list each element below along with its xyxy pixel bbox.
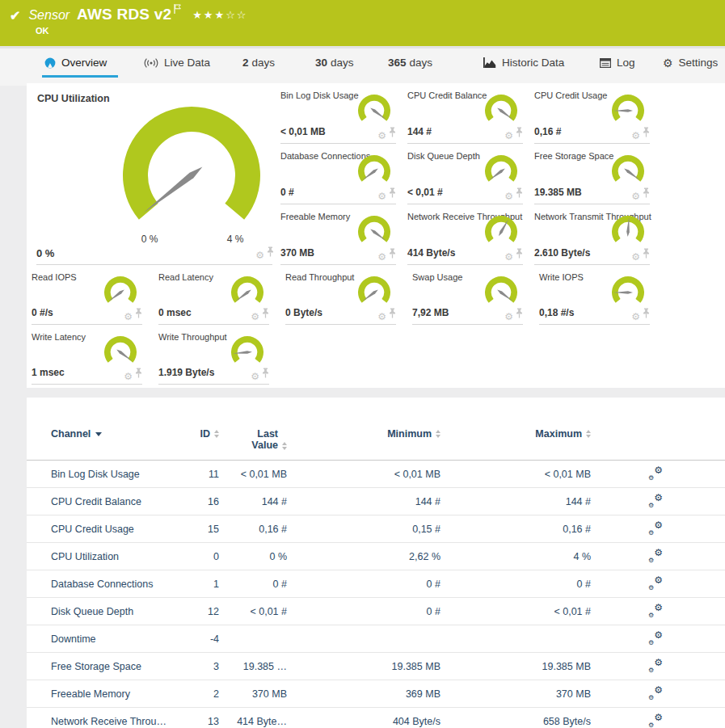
channel-settings-gears-icon[interactable]: ⚙⚙: [648, 633, 663, 645]
channel-settings-gears-icon[interactable]: ⚙⚙: [648, 688, 663, 700]
tab-settings[interactable]: ⚙ Settings: [663, 57, 718, 69]
table-row[interactable]: CPU Utilization 0 0 % 2,62 % 4 % ⚙⚙: [27, 543, 725, 570]
pin-icon[interactable]: [516, 247, 523, 262]
gear-icon[interactable]: ⚙: [124, 372, 133, 381]
cell-id: 11: [188, 469, 219, 480]
tab-overview[interactable]: Overview: [44, 57, 107, 69]
gauge: [354, 215, 394, 249]
table-row[interactable]: Disk Queue Depth 12 < 0,01 # 0 # < 0,01 …: [27, 598, 725, 625]
gear-icon[interactable]: ⚙: [631, 312, 640, 322]
cell-maximum: 658 Byte/s: [440, 716, 591, 727]
gear-icon[interactable]: ⚙: [631, 252, 640, 262]
table-row[interactable]: Downtime -4 ⚙⚙: [27, 625, 725, 653]
table-row[interactable]: Bin Log Disk Usage 11 < 0,01 MB < 0,01 M…: [27, 461, 725, 488]
gear-icon[interactable]: ⚙: [504, 191, 513, 201]
tab-days[interactable]: 365 days: [388, 57, 432, 69]
pin-icon[interactable]: [135, 367, 142, 381]
pin-icon[interactable]: [643, 187, 650, 201]
pin-icon[interactable]: [643, 307, 650, 322]
gauge-tile-disk-queue-depth[interactable]: Disk Queue Depth < 0,01 # ⚙: [407, 144, 534, 204]
gauge-tile-bin-log-disk-usage[interactable]: Bin Log Disk Usage < 0,01 MB ⚙: [280, 83, 407, 144]
gear-icon[interactable]: ⚙: [504, 131, 513, 141]
pin-icon[interactable]: [389, 307, 396, 322]
table-row[interactable]: Free Storage Space 3 19.385 … 19.385 MB …: [27, 653, 725, 680]
channel-settings-gears-icon[interactable]: ⚙⚙: [648, 605, 663, 617]
column-header-minimum[interactable]: Minimum: [287, 428, 440, 440]
gauge-tile-freeable-memory[interactable]: Freeable Memory 370 MB ⚙: [280, 204, 407, 265]
pin-icon[interactable]: [643, 126, 650, 141]
cell-maximum: 370 MB: [440, 688, 591, 700]
tab-historic-data[interactable]: Historic Data: [483, 57, 564, 69]
table-row[interactable]: Freeable Memory 2 370 MB 369 MB 370 MB ⚙…: [27, 680, 725, 708]
column-header-channel[interactable]: Channel: [27, 428, 188, 440]
column-header-last-value[interactable]: Last Value: [219, 428, 287, 451]
tab-days[interactable]: 30 days: [315, 57, 354, 69]
pin-icon[interactable]: [389, 247, 396, 262]
gauge-tile-database-connections[interactable]: Database Connections 0 # ⚙: [280, 144, 407, 204]
gear-icon[interactable]: ⚙: [124, 312, 133, 322]
gauge-tile-write-latency[interactable]: Write Latency 1 msec ⚙: [27, 325, 154, 385]
gauge-tile-write-iops[interactable]: Write IOPS 0,18 #/s ⚙: [534, 265, 661, 325]
gauge-tile-primary[interactable]: CPU Utilization 0 % 4 % 0 % ⚙: [27, 83, 280, 265]
cell-minimum: 19.385 MB: [287, 661, 440, 672]
pin-icon[interactable]: [516, 307, 523, 322]
pin-icon[interactable]: [389, 126, 396, 141]
channel-settings-gears-icon[interactable]: ⚙⚙: [648, 468, 663, 480]
gauge-tile-network-receive-throughput[interactable]: Network Receive Throughput 414 Byte/s ⚙: [407, 204, 534, 265]
pin-icon[interactable]: [389, 187, 396, 201]
channel-settings-gears-icon[interactable]: ⚙⚙: [648, 715, 663, 727]
table-row[interactable]: Network Receive Throu… 13 414 Byte… 404 …: [27, 708, 725, 728]
table-row[interactable]: CPU Credit Balance 16 144 # 144 # 144 # …: [27, 488, 725, 515]
pin-icon[interactable]: [262, 367, 269, 381]
gauge-value: 1 msec: [32, 367, 65, 378]
table-row[interactable]: CPU Credit Usage 15 0,16 # 0,15 # 0,16 #…: [27, 515, 725, 543]
gear-icon[interactable]: ⚙: [631, 131, 640, 141]
channel-settings-gears-icon[interactable]: ⚙⚙: [648, 523, 663, 535]
gauge-tile-write-throughput[interactable]: Write Throughput 1.919 Byte/s ⚙: [154, 325, 280, 385]
gauge-value: 144 #: [407, 126, 432, 137]
gear-icon[interactable]: ⚙: [251, 312, 259, 322]
gauge-tile-read-latency[interactable]: Read Latency 0 msec ⚙: [154, 265, 280, 325]
gear-icon[interactable]: ⚙: [504, 312, 513, 322]
column-header-id[interactable]: ID: [188, 428, 219, 440]
gauge-value: 0 %: [36, 247, 54, 259]
table-row[interactable]: Database Connections 1 0 # 0 # 0 # ⚙⚙: [27, 570, 725, 598]
gear-icon[interactable]: ⚙: [377, 131, 386, 141]
gear-icon[interactable]: ⚙: [251, 372, 259, 381]
gear-icon[interactable]: ⚙: [631, 191, 640, 201]
gear-icon[interactable]: ⚙: [504, 252, 513, 262]
flag-icon[interactable]: [174, 2, 181, 17]
gauge-tile-read-iops[interactable]: Read IOPS 0 #/s ⚙: [27, 265, 154, 325]
gauge-tile-cpu-credit-balance[interactable]: CPU Credit Balance 144 # ⚙: [407, 83, 534, 144]
gear-icon[interactable]: ⚙: [377, 191, 386, 201]
gauge-icon: [44, 57, 56, 69]
gauge-value: 370 MB: [280, 247, 314, 259]
cell-id: 1: [188, 579, 219, 590]
gear-icon[interactable]: ⚙: [377, 252, 386, 262]
column-header-maximum[interactable]: Maximum: [440, 428, 591, 440]
gear-icon[interactable]: ⚙: [255, 250, 264, 260]
channel-settings-gears-icon[interactable]: ⚙⚙: [648, 550, 663, 562]
gear-icon[interactable]: ⚙: [377, 312, 386, 322]
pin-icon[interactable]: [267, 246, 274, 260]
pin-icon[interactable]: [135, 307, 142, 322]
gauge-tile-swap-usage[interactable]: Swap Usage 7,92 MB ⚙: [407, 265, 534, 325]
tab-log[interactable]: Log: [600, 57, 635, 69]
channel-settings-gears-icon[interactable]: ⚙⚙: [648, 495, 663, 507]
pin-icon[interactable]: [516, 187, 523, 201]
priority-stars[interactable]: ★★★☆☆: [192, 9, 247, 21]
pin-icon[interactable]: [643, 247, 650, 262]
gauge-tile-free-storage-space[interactable]: Free Storage Space 19.385 MB ⚙: [534, 144, 661, 204]
gauge-tile-network-transmit-throughput[interactable]: Network Transmit Throughput 2.610 Byte/s…: [534, 204, 661, 265]
tab-live-data[interactable]: Live Data: [144, 57, 210, 69]
pin-icon[interactable]: [262, 307, 269, 322]
gauge-tile-read-throughput[interactable]: Read Throughput 0 Byte/s ⚙: [280, 265, 407, 325]
tab-days[interactable]: 2 days: [242, 57, 275, 69]
gauge: [608, 215, 648, 249]
cell-id: -4: [188, 633, 219, 645]
channel-settings-gears-icon[interactable]: ⚙⚙: [648, 660, 663, 672]
cell-last-value: < 0,01 MB: [219, 469, 287, 480]
gauge-tile-cpu-credit-usage[interactable]: CPU Credit Usage 0,16 # ⚙: [534, 83, 661, 144]
channel-settings-gears-icon[interactable]: ⚙⚙: [648, 578, 663, 590]
pin-icon[interactable]: [516, 126, 523, 141]
